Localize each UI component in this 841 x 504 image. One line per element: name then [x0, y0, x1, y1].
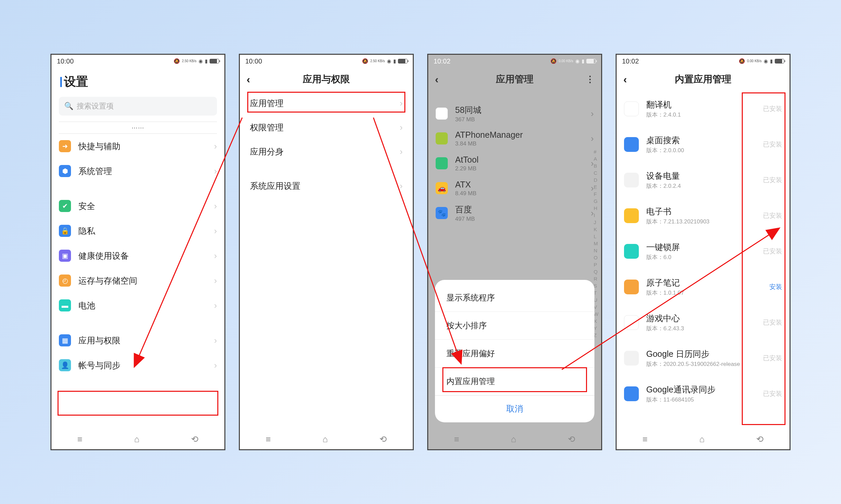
row-perm-manage[interactable]: 权限管理 › — [240, 115, 413, 140]
alpha-letter[interactable]: H — [594, 205, 598, 211]
home-icon[interactable]: ⌂ — [323, 434, 328, 445]
app-name: 游戏中心 — [646, 313, 763, 324]
alpha-letter[interactable]: # — [594, 149, 598, 155]
back-nav-icon[interactable]: ⟲ — [568, 434, 575, 445]
mute-icon: 🔕 — [362, 58, 368, 64]
app-icon — [624, 244, 639, 259]
row-health[interactable]: ▣ 健康使用设备 › — [51, 243, 224, 268]
builtin-app-row[interactable]: 原子笔记版本：1.0.1.07安装 — [617, 269, 790, 305]
alpha-letter[interactable]: P — [594, 262, 598, 268]
app-row[interactable]: AtTool2.29 MB › — [428, 151, 601, 176]
header-title: 应用管理 — [428, 73, 601, 86]
app-icon — [436, 132, 448, 144]
chevron-right-icon: › — [400, 146, 403, 157]
home-icon[interactable]: ⌂ — [699, 434, 705, 445]
sheet-option-show-system[interactable]: 显示系统程序 — [435, 284, 595, 312]
alpha-letter[interactable]: M — [594, 240, 598, 246]
mute-icon: 🔕 — [174, 58, 180, 64]
builtin-app-row[interactable]: 设备电量版本：2.0.2.4已安装 — [617, 162, 790, 198]
alpha-letter[interactable]: R — [594, 276, 598, 282]
row-privacy[interactable]: 🔒 隐私 › — [51, 218, 224, 243]
row-system[interactable]: ⬢ 系统管理 › — [51, 159, 224, 183]
alpha-letter[interactable]: B — [594, 163, 598, 169]
app-row[interactable]: 🐾 百度497 MB › — [428, 201, 601, 226]
chevron-right-icon: › — [400, 98, 403, 109]
app-name: 原子笔记 — [646, 277, 769, 288]
alpha-letter[interactable]: D — [594, 177, 598, 183]
app-name: Google 日历同步 — [646, 348, 763, 360]
row-app-manage[interactable]: 应用管理 › — [240, 91, 413, 115]
signal-icon: ▮ — [393, 58, 396, 64]
system-icon: ⬢ — [59, 165, 71, 177]
chevron-right-icon: › — [591, 109, 594, 119]
clock: 10:00 — [57, 57, 74, 65]
recents-icon[interactable]: ≡ — [642, 434, 648, 445]
alpha-letter[interactable]: N — [594, 248, 598, 253]
alpha-letter[interactable]: K — [594, 227, 598, 232]
home-icon[interactable]: ⌂ — [134, 434, 140, 445]
sheet-option-sort-size[interactable]: 按大小排序 — [435, 312, 595, 340]
row-system-app-settings[interactable]: 系统应用设置 › — [240, 174, 413, 198]
back-button[interactable]: ‹ — [623, 73, 627, 86]
builtin-app-row[interactable]: 翻译机版本：2.4.0.1已安装 — [617, 91, 790, 127]
screen-apps-perms: 10:00 🔕 2.50 KB/s ◉ ▮ ‹ 应用与权限 应用管理 › 权限管… — [239, 54, 414, 450]
alpha-letter[interactable]: L — [594, 234, 598, 239]
back-nav-icon[interactable]: ⟲ — [191, 434, 199, 445]
home-icon[interactable]: ⌂ — [511, 434, 516, 445]
sheet-option-builtin-apps[interactable]: 内置应用管理 — [435, 367, 595, 395]
row-storage[interactable]: ◴ 运存与存储空间 › — [51, 268, 224, 293]
more-button[interactable]: ⋮ — [586, 74, 595, 85]
back-button[interactable]: ‹ — [246, 73, 250, 86]
mute-icon: 🔕 — [550, 58, 557, 64]
builtin-app-row[interactable]: 电子书版本：7.21.13.20210903已安装 — [617, 198, 790, 234]
net-speed: 2.50 KB/s — [371, 59, 385, 63]
alpha-letter[interactable]: E — [594, 184, 598, 190]
back-nav-icon[interactable]: ⟲ — [756, 434, 763, 445]
chevron-right-icon: › — [400, 181, 403, 191]
install-status: 已安装 — [763, 211, 782, 220]
status-bar: 10:00 🔕 2.50 KB/s ◉ ▮ — [51, 55, 224, 68]
alpha-letter[interactable]: A — [594, 156, 598, 162]
alpha-letter[interactable]: O — [594, 255, 598, 260]
app-icon — [624, 280, 639, 294]
sheet-cancel[interactable]: 取消 — [435, 395, 595, 420]
alpha-letter[interactable]: C — [594, 170, 598, 176]
app-row[interactable]: ATPhoneManager3.84 MB › — [428, 126, 601, 151]
alpha-letter[interactable]: G — [594, 198, 598, 204]
sheet-option-reset-prefs[interactable]: 重置应用偏好 — [435, 340, 595, 367]
alpha-letter[interactable]: I — [594, 212, 598, 218]
builtin-app-row[interactable]: 游戏中心版本：6.2.43.3已安装 — [617, 305, 790, 340]
row-account-sync[interactable]: 👤 帐号与同步 › — [51, 353, 224, 378]
alpha-letter[interactable]: F — [594, 191, 598, 197]
install-status: 已安装 — [763, 140, 782, 149]
signal-icon: ▮ — [205, 58, 208, 64]
recents-icon[interactable]: ≡ — [78, 434, 82, 445]
app-version: 版本：6.2.43.3 — [646, 325, 763, 332]
alpha-letter[interactable]: Q — [594, 269, 598, 274]
battery-icon — [210, 59, 219, 64]
alpha-letter[interactable]: J — [594, 219, 598, 225]
search-input[interactable]: 🔍 搜索设置项 — [59, 97, 217, 115]
install-status[interactable]: 安装 — [769, 283, 782, 291]
nav-bar: ≡ ⌂ ⟲ — [240, 429, 413, 449]
row-apps-perms[interactable]: ▦ 应用与权限 › — [51, 328, 224, 353]
page-title: 设置 — [51, 68, 224, 97]
builtin-app-row[interactable]: 桌面搜索版本：2.0.0.00已安装 — [617, 127, 790, 162]
status-icons: 🔕 2.50 KB/s ◉ ▮ — [362, 58, 407, 64]
back-nav-icon[interactable]: ⟲ — [379, 434, 387, 445]
recents-icon[interactable]: ≡ — [266, 434, 271, 445]
row-app-clone[interactable]: 应用分身 › — [240, 140, 413, 164]
app-row[interactable]: 🚗 ATX8.49 MB › — [428, 176, 601, 201]
builtin-app-row[interactable]: 一键锁屏版本：6.0已安装 — [617, 234, 790, 269]
builtin-app-row[interactable]: Google通讯录同步版本：11-6684105已安装 — [617, 376, 790, 412]
row-shortcuts[interactable]: ➜ 快捷与辅助 › — [51, 134, 224, 159]
recents-icon[interactable]: ≡ — [454, 434, 459, 445]
battery-icon — [775, 59, 784, 64]
app-row[interactable]: 58 58同城367 MB › — [428, 101, 601, 126]
back-button[interactable]: ‹ — [435, 73, 439, 86]
builtin-app-row[interactable]: Google 日历同步版本：2020.20.5-319002662-releas… — [617, 340, 790, 376]
row-security[interactable]: ✔ 安全 › — [51, 194, 224, 218]
net-speed: 0.00 KB/s — [559, 59, 573, 63]
row-battery[interactable]: ▬ 电池 › — [51, 293, 224, 318]
chevron-right-icon: › — [214, 335, 217, 346]
